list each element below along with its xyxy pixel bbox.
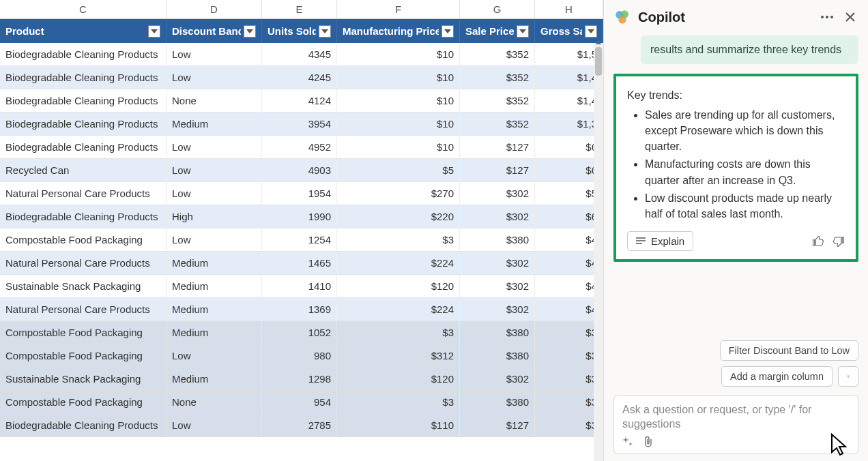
cell-sale[interactable]: $302 xyxy=(460,252,535,274)
cell-band[interactable]: Low xyxy=(167,136,262,158)
suggestion-margin-button[interactable]: Add a margin column xyxy=(721,366,833,387)
explain-button[interactable]: Explain xyxy=(627,231,693,251)
cell-sale[interactable]: $302 xyxy=(460,275,535,297)
refresh-suggestions-button[interactable] xyxy=(838,366,858,387)
thumbs-up-icon[interactable] xyxy=(812,235,824,248)
copilot-input-box[interactable]: Ask a question or request, or type '/' f… xyxy=(613,395,858,454)
table-row[interactable]: Biodegradable Cleaning ProductsNone4124$… xyxy=(0,89,603,113)
cell-band[interactable]: Low xyxy=(167,66,262,89)
header-mfg-price[interactable]: Manufacturing Price xyxy=(337,19,460,43)
cell-units[interactable]: 4245 xyxy=(262,66,337,89)
cell-mfg[interactable]: $224 xyxy=(337,252,460,274)
table-row[interactable]: Biodegradable Cleaning ProductsMedium395… xyxy=(0,113,603,136)
cell-band[interactable]: None xyxy=(167,391,262,413)
table-row[interactable]: Natural Personal Care ProductsLow1954$27… xyxy=(0,182,603,205)
cell-product[interactable]: Compostable Food Packaging xyxy=(0,321,167,344)
table-row[interactable]: Sustainable Snack PackagingMedium1298$12… xyxy=(0,368,603,391)
cell-units[interactable]: 4903 xyxy=(262,159,337,181)
table-row[interactable]: Natural Personal Care ProductsMedium1465… xyxy=(0,252,603,275)
header-product[interactable]: Product xyxy=(0,19,167,43)
cell-product[interactable]: Compostable Food Packaging xyxy=(0,344,167,367)
cell-gross[interactable]: $3 xyxy=(535,391,603,413)
table-row[interactable]: Biodegradable Cleaning ProductsLow4345$1… xyxy=(0,43,603,66)
cell-band[interactable]: Low xyxy=(167,159,262,181)
col-letter-E[interactable]: E xyxy=(262,0,337,18)
sparkle-icon[interactable] xyxy=(622,436,633,447)
cell-mfg[interactable]: $3 xyxy=(337,228,460,251)
cell-units[interactable]: 4124 xyxy=(262,89,337,112)
cell-product[interactable]: Natural Personal Care Products xyxy=(0,298,167,321)
cell-mfg[interactable]: $120 xyxy=(337,368,460,390)
cell-sale[interactable]: $352 xyxy=(460,89,535,112)
thumbs-down-icon[interactable] xyxy=(833,235,845,248)
cell-sale[interactable]: $380 xyxy=(460,228,535,251)
cell-band[interactable]: Low xyxy=(167,414,262,436)
cell-sale[interactable]: $127 xyxy=(460,414,535,436)
cell-sale[interactable]: $380 xyxy=(460,391,535,413)
cell-mfg[interactable]: $10 xyxy=(337,136,460,158)
cell-band[interactable]: Low xyxy=(167,228,262,251)
cell-product[interactable]: Recycled Can xyxy=(0,159,167,181)
cell-sale[interactable]: $352 xyxy=(460,113,535,135)
cell-band[interactable]: None xyxy=(167,89,262,112)
more-options-button[interactable] xyxy=(819,9,835,25)
cell-mfg[interactable]: $120 xyxy=(337,275,460,297)
cell-mfg[interactable]: $110 xyxy=(337,414,460,436)
table-row[interactable]: Compostable Food PackagingNone954$3$380$… xyxy=(0,391,603,414)
cell-units[interactable]: 3954 xyxy=(262,113,337,135)
filter-dropdown-icon[interactable] xyxy=(244,25,256,38)
header-gross-sales[interactable]: Gross Sal xyxy=(535,19,603,43)
cell-product[interactable]: Biodegradable Cleaning Products xyxy=(0,89,167,112)
cell-units[interactable]: 1410 xyxy=(262,275,337,297)
col-letter-F[interactable]: F xyxy=(337,0,460,18)
cell-band[interactable]: Medium xyxy=(167,113,262,135)
cell-gross[interactable]: $1,4 xyxy=(535,66,603,89)
cell-gross[interactable]: $3 xyxy=(535,344,603,367)
cell-mfg[interactable]: $220 xyxy=(337,205,460,228)
col-letter-G[interactable]: G xyxy=(460,0,535,18)
cell-gross[interactable]: $4 xyxy=(535,228,603,251)
col-letter-C[interactable]: C xyxy=(0,0,167,18)
cell-gross[interactable]: $5 xyxy=(535,182,603,205)
vertical-scrollbar[interactable] xyxy=(594,43,603,461)
cell-mfg[interactable]: $10 xyxy=(337,113,460,135)
filter-dropdown-icon[interactable] xyxy=(442,25,454,38)
table-row[interactable]: Biodegradable Cleaning ProductsHigh1990$… xyxy=(0,205,603,228)
cell-units[interactable]: 1254 xyxy=(262,228,337,251)
header-discount-band[interactable]: Discount Band xyxy=(167,19,262,43)
cell-product[interactable]: Sustainable Snack Packaging xyxy=(0,275,167,297)
table-row[interactable]: Natural Personal Care ProductsMedium1369… xyxy=(0,298,603,321)
cell-product[interactable]: Natural Personal Care Products xyxy=(0,252,167,274)
cell-units[interactable]: 4952 xyxy=(262,136,337,158)
cell-mfg[interactable]: $10 xyxy=(337,89,460,112)
cell-band[interactable]: High xyxy=(167,205,262,228)
col-letter-H[interactable]: H xyxy=(535,0,603,18)
cell-mfg[interactable]: $10 xyxy=(337,43,460,65)
cell-units[interactable]: 980 xyxy=(262,344,337,367)
cell-sale[interactable]: $352 xyxy=(460,66,535,89)
table-row[interactable]: Compostable Food PackagingLow1254$3$380$… xyxy=(0,228,603,252)
cell-sale[interactable]: $302 xyxy=(460,298,535,321)
cell-gross[interactable]: $6 xyxy=(535,136,603,158)
cell-sale[interactable]: $380 xyxy=(460,321,535,344)
cell-mfg[interactable]: $270 xyxy=(337,182,460,205)
header-units-sold[interactable]: Units Sold xyxy=(262,19,337,43)
cell-gross[interactable]: $4 xyxy=(535,275,603,297)
cell-units[interactable]: 1298 xyxy=(262,368,337,390)
table-row[interactable]: Recycled CanLow4903$5$127$6 xyxy=(0,159,603,182)
cell-product[interactable]: Sustainable Snack Packaging xyxy=(0,368,167,390)
cell-band[interactable]: Medium xyxy=(167,298,262,321)
cell-band[interactable]: Medium xyxy=(167,368,262,390)
cell-product[interactable]: Biodegradable Cleaning Products xyxy=(0,43,167,65)
cell-band[interactable]: Medium xyxy=(167,252,262,274)
cell-sale[interactable]: $302 xyxy=(460,368,535,390)
cell-mfg[interactable]: $10 xyxy=(337,66,460,89)
cell-units[interactable]: 1052 xyxy=(262,321,337,344)
col-letter-D[interactable]: D xyxy=(167,0,262,18)
table-row[interactable]: Biodegradable Cleaning ProductsLow4952$1… xyxy=(0,136,603,159)
cell-mfg[interactable]: $224 xyxy=(337,298,460,321)
cell-units[interactable]: 1369 xyxy=(262,298,337,321)
cell-product[interactable]: Biodegradable Cleaning Products xyxy=(0,205,167,228)
cell-units[interactable]: 1954 xyxy=(262,182,337,205)
cell-product[interactable]: Natural Personal Care Products xyxy=(0,182,167,205)
